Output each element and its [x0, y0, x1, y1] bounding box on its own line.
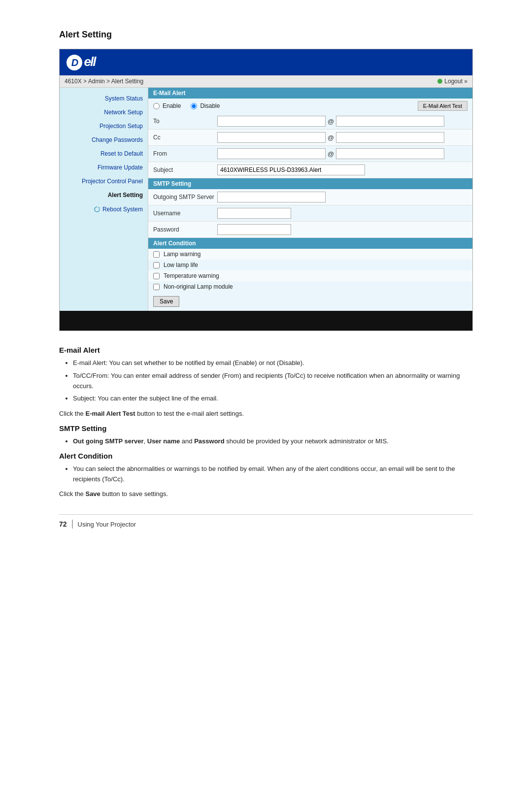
sidebar-item-firmware-update[interactable]: Firmware Update: [60, 161, 148, 174]
disable-radio-group: Disable: [191, 102, 220, 109]
click-save-suffix: button to save settings.: [100, 490, 168, 498]
subject-field: [217, 165, 467, 175]
to-label: To: [153, 118, 217, 125]
save-row: Save: [148, 292, 472, 311]
cc-input[interactable]: [217, 132, 326, 143]
sidebar-item-network-setup[interactable]: Network Setup: [60, 105, 148, 119]
username-input[interactable]: [217, 208, 291, 219]
cc-domain-input[interactable]: [336, 132, 444, 143]
password-field: [217, 224, 467, 235]
alert-cond-doc-list: You can select the abnormalities or warn…: [73, 464, 473, 485]
footer-text: Using Your Projector: [78, 521, 136, 528]
disable-label: Disable: [200, 102, 220, 109]
username-field: [217, 208, 467, 219]
low-lamp-life-checkbox[interactable]: [153, 262, 160, 268]
dell-header: D ell: [60, 49, 472, 75]
dell-body: System Status Network Setup Projection S…: [60, 88, 472, 311]
from-field: @: [217, 148, 467, 159]
temperature-warning-row: Temperature warning: [148, 270, 472, 281]
sidebar-reboot[interactable]: Reboot System: [60, 202, 148, 217]
logout-button[interactable]: Logout »: [437, 78, 467, 85]
documentation-section: E-mail Alert E-mail Alert: You can set w…: [59, 346, 473, 529]
from-at-symbol: @: [328, 150, 334, 158]
main-content: E-Mail Alert Enable Disable E-Mail Alert…: [148, 88, 472, 311]
click-save-paragraph: Click the Save button to save settings.: [59, 489, 473, 499]
non-original-lamp-row: Non-original Lamp module: [148, 281, 472, 292]
email-alert-doc-list: E-mail Alert: You can set whether to be …: [73, 358, 473, 404]
email-alert-toggle-row: Enable Disable E-Mail Alert Test: [148, 99, 472, 113]
from-domain-input[interactable]: [336, 148, 444, 159]
sidebar-item-reset-to-default[interactable]: Reset to Default: [60, 147, 148, 161]
dell-logo: D ell: [66, 54, 96, 70]
temperature-warning-checkbox[interactable]: [153, 273, 160, 279]
to-row: To @: [148, 113, 472, 130]
temperature-warning-label: Temperature warning: [164, 272, 219, 279]
dell-panel: D ell 4610X > Admin > Alert Setting Logo…: [59, 49, 473, 331]
logout-status-dot: [437, 79, 442, 84]
reboot-label: Reboot System: [102, 206, 143, 213]
smtp-doc-bullet: Out going SMTP server, User name and Pas…: [73, 436, 473, 447]
smtp-setting-header: SMTP Setting: [148, 178, 472, 189]
password-input[interactable]: [217, 224, 291, 235]
enable-radio-group: Enable: [153, 102, 181, 109]
cc-field: @: [217, 132, 467, 143]
non-original-lamp-checkbox[interactable]: [153, 284, 160, 290]
to-field: @: [217, 116, 467, 127]
low-lamp-life-row: Low lamp life: [148, 260, 472, 270]
enable-label: Enable: [163, 102, 181, 109]
sidebar: System Status Network Setup Projection S…: [60, 88, 148, 311]
outgoing-smtp-field: [217, 192, 467, 202]
from-row: From @: [148, 146, 472, 162]
subject-row: Subject: [148, 162, 472, 178]
lamp-warning-row: Lamp warning: [148, 249, 472, 260]
cc-label: Cc: [153, 134, 217, 141]
sidebar-item-projector-control-panel[interactable]: Projector Control Panel: [60, 174, 148, 188]
breadcrumb: 4610X > Admin > Alert Setting: [65, 78, 143, 85]
lamp-warning-checkbox[interactable]: [153, 251, 160, 258]
email-alert-header: E-Mail Alert: [148, 88, 472, 99]
smtp-bullet-bold-username: User name: [147, 437, 180, 445]
password-label: Password: [153, 226, 217, 233]
page-title: Alert Setting: [59, 30, 473, 40]
click-test-prefix: Click the: [59, 410, 85, 417]
username-label: Username: [153, 210, 217, 217]
smtp-bullet-bold-password: Password: [194, 437, 224, 445]
lamp-warning-label: Lamp warning: [164, 251, 200, 258]
page-number: 72: [59, 520, 67, 528]
sidebar-item-system-status[interactable]: System Status: [60, 92, 148, 105]
click-save-prefix: Click the: [59, 490, 85, 498]
sidebar-item-change-passwords[interactable]: Change Passwords: [60, 133, 148, 147]
alert-cond-doc-title: Alert Condition: [59, 452, 473, 460]
click-test-bold: E-mail Alert Test: [85, 410, 135, 417]
to-at-symbol: @: [328, 118, 334, 125]
from-label: From: [153, 150, 217, 157]
alert-condition-header: Alert Condition: [148, 238, 472, 249]
smtp-doc-title: SMTP Setting: [59, 424, 473, 432]
disable-radio[interactable]: [191, 103, 197, 109]
logout-label: Logout »: [444, 78, 467, 85]
save-button[interactable]: Save: [153, 296, 179, 307]
outgoing-smtp-row: Outgoing SMTP Server: [148, 189, 472, 205]
click-save-bold: Save: [85, 490, 100, 498]
doc-bullet-3: Subject: You can enter the subject line …: [73, 394, 473, 404]
cc-row: Cc @: [148, 130, 472, 146]
svg-marker-0: [98, 207, 100, 208]
to-domain-input[interactable]: [336, 116, 444, 127]
non-original-lamp-label: Non-original Lamp module: [164, 283, 233, 290]
to-input[interactable]: [217, 116, 326, 127]
doc-bullet-2: To/CC/From: You can enter email address …: [73, 371, 473, 392]
page-footer: 72 Using Your Projector: [59, 514, 473, 529]
email-alert-doc-title: E-mail Alert: [59, 346, 473, 354]
sidebar-item-alert-setting[interactable]: Alert Setting: [60, 188, 148, 202]
sidebar-item-projection-setup[interactable]: Projection Setup: [60, 119, 148, 133]
enable-radio[interactable]: [153, 103, 160, 109]
email-alert-test-button[interactable]: E-Mail Alert Test: [418, 101, 467, 111]
subject-input[interactable]: [217, 165, 365, 175]
low-lamp-life-label: Low lamp life: [164, 262, 198, 268]
smtp-doc-list: Out going SMTP server, User name and Pas…: [73, 436, 473, 447]
click-test-suffix: button to test the e-mail alert settings…: [135, 410, 244, 417]
from-input[interactable]: [217, 148, 326, 159]
outgoing-smtp-input[interactable]: [217, 192, 326, 202]
doc-bullet-1: E-mail Alert: You can set whether to be …: [73, 358, 473, 368]
outgoing-smtp-label: Outgoing SMTP Server: [153, 194, 217, 200]
